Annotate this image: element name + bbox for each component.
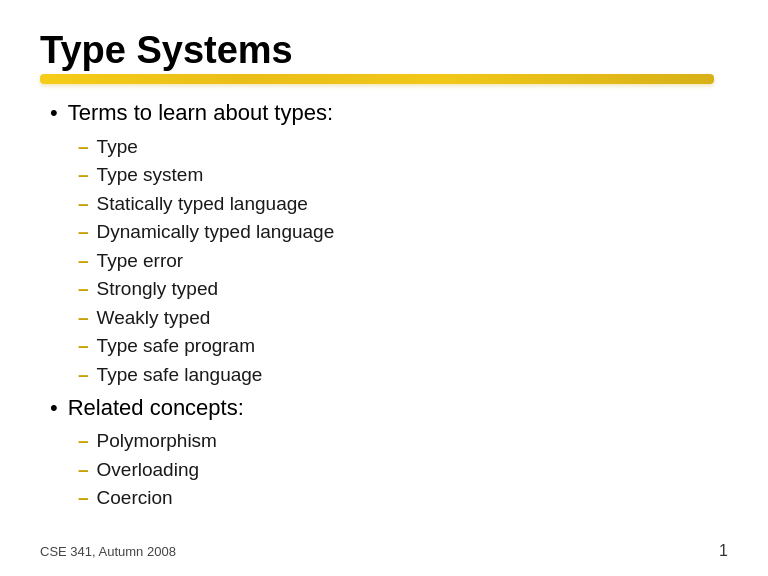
dash-icon: – — [78, 275, 89, 303]
bullet-text-1: Terms to learn about types: — [68, 98, 333, 129]
dash-icon: – — [78, 218, 89, 246]
bullet-text-2: Related concepts: — [68, 393, 244, 424]
list-item: – Overloading — [78, 456, 728, 484]
sub-text-weakly: Weakly typed — [97, 304, 211, 332]
footer: CSE 341, Autumn 2008 1 — [40, 542, 728, 560]
dash-icon: – — [78, 361, 89, 389]
course-info: CSE 341, Autumn 2008 — [40, 544, 176, 559]
list-item: – Type safe program — [78, 332, 728, 360]
dash-icon: – — [78, 456, 89, 484]
list-item: – Type system — [78, 161, 728, 189]
dash-icon: – — [78, 332, 89, 360]
page-number: 1 — [719, 542, 728, 560]
list-item: – Type error — [78, 247, 728, 275]
dash-icon: – — [78, 133, 89, 161]
list-item: – Dynamically typed language — [78, 218, 728, 246]
sub-text-type-safe-lang: Type safe language — [97, 361, 263, 389]
slide-title: Type Systems — [40, 30, 728, 72]
bullet-dot-2: • — [50, 393, 58, 424]
sub-text-overloading: Overloading — [97, 456, 199, 484]
dash-icon: – — [78, 484, 89, 512]
sub-list-terms: – Type – Type system – Statically typed … — [78, 133, 728, 389]
dash-icon: – — [78, 247, 89, 275]
bullet-dot-1: • — [50, 98, 58, 129]
dash-icon: – — [78, 161, 89, 189]
sub-text-coercion: Coercion — [97, 484, 173, 512]
title-block: Type Systems — [40, 30, 728, 84]
list-item: – Coercion — [78, 484, 728, 512]
sub-text-dynamically: Dynamically typed language — [97, 218, 335, 246]
title-underline — [40, 74, 714, 84]
list-item: – Statically typed language — [78, 190, 728, 218]
list-item: – Polymorphism — [78, 427, 728, 455]
list-item: – Weakly typed — [78, 304, 728, 332]
dash-icon: – — [78, 427, 89, 455]
sub-text-type: Type — [97, 133, 138, 161]
dash-icon: – — [78, 304, 89, 332]
sub-text-statically: Statically typed language — [97, 190, 308, 218]
sub-text-type-system: Type system — [97, 161, 204, 189]
sub-text-type-safe-program: Type safe program — [97, 332, 255, 360]
slide: Type Systems • Terms to learn about type… — [0, 0, 768, 576]
sub-list-related: – Polymorphism – Overloading – Coercion — [78, 427, 728, 512]
sub-text-polymorphism: Polymorphism — [97, 427, 217, 455]
dash-icon: – — [78, 190, 89, 218]
sub-text-strongly: Strongly typed — [97, 275, 218, 303]
content-area: • Terms to learn about types: – Type – T… — [40, 98, 728, 512]
list-item: – Type — [78, 133, 728, 161]
bullet-terms: • Terms to learn about types: — [50, 98, 728, 129]
list-item: – Strongly typed — [78, 275, 728, 303]
list-item: – Type safe language — [78, 361, 728, 389]
sub-text-type-error: Type error — [97, 247, 184, 275]
bullet-related: • Related concepts: — [50, 393, 728, 424]
